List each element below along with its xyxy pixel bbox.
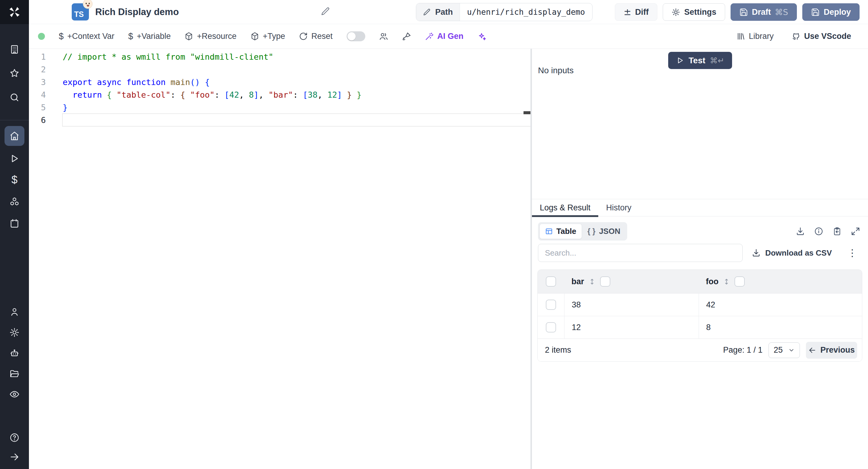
sidebar-item-resources[interactable] (0, 196, 29, 208)
draft-button-label: Draft (752, 7, 771, 17)
sidebar-item-workers[interactable] (0, 347, 29, 359)
code-line[interactable]: } (63, 101, 530, 114)
add-context-var-button[interactable]: $ +Context Var (59, 31, 114, 41)
reset-button[interactable]: Reset (299, 32, 333, 41)
sidebar-item-expand[interactable] (0, 451, 29, 463)
sort-icon[interactable] (588, 278, 596, 285)
sidebar-item-home[interactable] (4, 126, 24, 146)
draft-button[interactable]: Draft ⌘S (731, 3, 797, 21)
code-line[interactable] (63, 114, 530, 127)
add-type-button[interactable]: +Type (250, 32, 285, 41)
column-filter-checkbox-foo[interactable] (735, 276, 745, 287)
tab-history[interactable]: History (598, 199, 639, 216)
toggle-knob (347, 32, 355, 40)
library-label: Library (749, 32, 774, 41)
deploy-button[interactable]: Deploy (802, 3, 860, 21)
code-line[interactable]: // import * as wmill from "windmill-clie… (63, 51, 530, 63)
page-size-select[interactable]: 25 (769, 342, 800, 358)
items-count: 2 items (545, 345, 571, 355)
table-search-row: Download as CSV ⋮ (532, 244, 868, 262)
cell-foo: 42 (706, 300, 715, 310)
test-button[interactable]: Test ⌘↵ (668, 52, 732, 69)
sidebar-item-schedules[interactable] (0, 217, 29, 229)
settings-button[interactable]: Settings (663, 3, 725, 21)
sidebar-item-search[interactable] (0, 91, 29, 103)
use-vscode-button[interactable]: Use VScode (792, 32, 851, 41)
code-editor[interactable]: 123456 // import * as wmill from "windmi… (29, 49, 530, 469)
sidebar-item-audit-logs[interactable] (0, 388, 29, 400)
copy-result-icon[interactable] (832, 227, 842, 236)
save-icon (739, 8, 748, 17)
sidebar-item-favorites[interactable] (0, 67, 29, 79)
sidebar: $ (0, 0, 29, 469)
view-table-option[interactable]: Table (539, 224, 582, 239)
add-type-label: +Type (263, 32, 285, 41)
page-indicator: Page: 1 / 1 (723, 345, 763, 355)
use-vscode-label: Use VScode (804, 32, 851, 41)
sidebar-item-folders[interactable] (0, 368, 29, 380)
download-csv-button[interactable]: Download as CSV (752, 248, 832, 258)
sidebar-item-users[interactable] (0, 306, 29, 318)
add-resource-button[interactable]: +Resource (184, 32, 236, 41)
ai-gen-button[interactable]: AI Gen (425, 32, 464, 41)
test-button-label: Test (689, 56, 706, 65)
select-all-checkbox[interactable] (546, 276, 556, 287)
column-header-bar[interactable]: bar (571, 277, 584, 286)
assistant-toggle[interactable] (347, 31, 365, 41)
column-header-foo[interactable]: foo (706, 277, 718, 286)
gear-icon (672, 8, 680, 17)
library-icon (736, 32, 745, 41)
sidebar-item-runs[interactable] (0, 153, 29, 164)
search-input[interactable] (538, 244, 743, 262)
header-actions: ± Diff Settings Draft ⌘S Deploy (615, 3, 860, 21)
tab-logs-result[interactable]: Logs & Result (532, 199, 598, 216)
collaborators-button[interactable] (379, 32, 388, 41)
path-field[interactable]: Path u/henri/rich_display_demo (416, 3, 592, 21)
format-code-button[interactable] (402, 32, 411, 41)
add-resource-label: +Resource (197, 32, 236, 41)
row-checkbox[interactable] (546, 300, 556, 310)
ai-sparkles-button[interactable] (477, 32, 487, 41)
ai-gen-label: AI Gen (437, 32, 464, 41)
sort-icon[interactable] (723, 278, 730, 285)
add-variable-button[interactable]: $ +Variable (128, 31, 170, 41)
add-variable-label: +Variable (137, 32, 171, 41)
dollar-icon: $ (59, 31, 64, 41)
sidebar-item-workspace[interactable] (0, 43, 29, 56)
header: TS Rich Display demo Path u/henri/rich_d… (29, 0, 868, 24)
edit-summary-button[interactable] (321, 7, 330, 16)
deploy-button-label: Deploy (824, 7, 851, 17)
code-line[interactable]: export async function main() { (63, 76, 530, 89)
editor-toolbar: $ +Context Var $ +Variable +Resource +Ty… (29, 24, 868, 49)
previous-page-button[interactable]: Previous (806, 342, 857, 359)
dollar-icon: $ (11, 174, 18, 186)
view-json-option[interactable]: { } JSON (582, 224, 626, 239)
search-icon (9, 92, 20, 102)
windmill-logo[interactable] (0, 0, 29, 24)
sidebar-item-help[interactable] (0, 432, 29, 444)
line-number: 6 (29, 114, 46, 127)
settings-button-label: Settings (684, 7, 716, 17)
test-shortcut: ⌘↵ (710, 56, 724, 65)
home-icon (9, 131, 20, 141)
help-circle-icon (9, 433, 20, 443)
emoji-badge-icon (83, 0, 93, 9)
row-checkbox[interactable] (546, 322, 556, 333)
path-label: Path (435, 7, 453, 17)
toolbar-right-group: Library Use VScode (736, 32, 859, 41)
sidebar-item-variables[interactable]: $ (0, 174, 29, 186)
code-line[interactable] (63, 63, 530, 76)
info-icon[interactable] (814, 227, 824, 236)
right-panel: Test ⌘↵ No inputs Logs & Result History … (532, 49, 868, 469)
code-line[interactable]: return { "table-col": { "foo": [42, 8], … (63, 89, 530, 101)
add-context-var-label: +Context Var (67, 32, 114, 41)
library-button[interactable]: Library (736, 32, 774, 41)
column-filter-checkbox-bar[interactable] (600, 276, 610, 287)
table-menu-button[interactable]: ⋮ (847, 248, 857, 258)
diff-button[interactable]: ± Diff (615, 3, 657, 21)
path-label-group: Path (416, 3, 460, 21)
sidebar-item-settings[interactable] (0, 326, 29, 339)
expand-icon[interactable] (851, 227, 860, 236)
code-lines[interactable]: // import * as wmill from "windmill-clie… (63, 51, 530, 127)
download-icon[interactable] (796, 227, 805, 236)
